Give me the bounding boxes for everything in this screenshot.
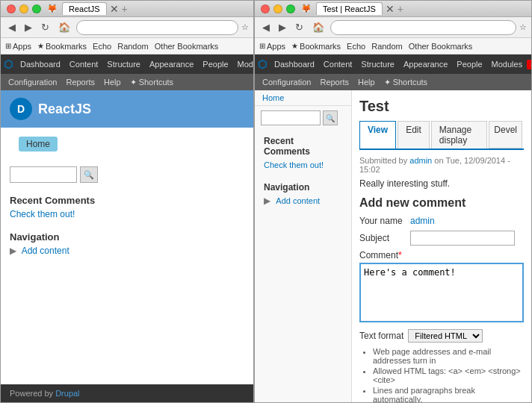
right-browser-tab[interactable]: Test | ReactJS <box>316 2 383 15</box>
drupal-logo: ⬡ <box>4 58 13 70</box>
format-hint-0: Web page addresses and e-mail addresses … <box>373 347 524 365</box>
bookmark-other[interactable]: Other Bookmarks <box>155 42 219 51</box>
right-close-tab-icon[interactable]: ✕ <box>386 3 395 15</box>
right-bookmark-bookmarks[interactable]: ★ Bookmarks <box>291 42 341 51</box>
right-home-button[interactable]: 🏠 <box>309 20 327 34</box>
right-layout: Home 🔍 Recent Comments Check them out! N… <box>255 90 531 402</box>
right-browser-toolbar: ◀ ▶ ↻ 🏠 rct.dev/conten... ☆ <box>255 17 531 38</box>
right-titlebar: 🦊 Test | ReactJS ✕ + <box>255 1 531 17</box>
forward-button[interactable]: ▶ <box>22 20 35 34</box>
right-browser-window: 🦊 Test | ReactJS ✕ + ◀ ▶ ↻ 🏠 rct.dev/con… <box>254 0 532 403</box>
right-nav-dashboard[interactable]: Dashboard <box>270 54 319 74</box>
right-maximize-button[interactable] <box>286 4 295 13</box>
right-navigation-section: Navigation ▶ Add content <box>255 176 351 212</box>
text-format-select[interactable]: Filtered HTML <box>408 329 483 343</box>
right-sub-nav-help[interactable]: Help <box>353 78 380 87</box>
nav-people[interactable]: People <box>198 54 232 74</box>
right-recent-comments-link[interactable]: Check them out! <box>264 160 324 169</box>
right-sub-nav-configuration[interactable]: Configuration <box>258 78 315 87</box>
search-button[interactable]: 🔍 <box>80 166 98 183</box>
right-nav-appearance[interactable]: Appearance <box>399 54 452 74</box>
sub-nav-reports[interactable]: Reports <box>61 78 99 87</box>
right-navigation-link-row: ▶ Add content <box>264 196 342 206</box>
right-browser-icon: 🦊 <box>301 4 312 13</box>
nav-content[interactable]: Content <box>65 54 103 74</box>
sub-nav-help[interactable]: Help <box>99 78 126 87</box>
bookmark-bookmarks[interactable]: ★ Bookmarks <box>37 42 87 51</box>
search-input[interactable] <box>10 166 77 183</box>
right-minimize-button[interactable] <box>273 4 282 13</box>
sub-nav-configuration[interactable]: Configuration <box>4 78 61 87</box>
right-search-area: 🔍 <box>255 106 351 130</box>
close-button[interactable] <box>7 4 16 13</box>
right-site-content: Home 🔍 Recent Comments Check them out! N… <box>255 90 531 402</box>
reload-button[interactable]: ↻ <box>38 20 52 34</box>
right-star-icon[interactable]: ☆ <box>519 22 527 32</box>
right-bookmark-echo[interactable]: Echo <box>347 42 365 51</box>
new-tab-icon[interactable]: + <box>122 3 128 15</box>
right-search-input[interactable] <box>261 110 321 125</box>
your-name-value[interactable]: admin <box>410 216 435 226</box>
close-tab-icon[interactable]: ✕ <box>110 3 119 15</box>
left-site-content: D ReactJS Home 🔍 Recent Comments Check t… <box>1 90 253 402</box>
right-bookmark-apps[interactable]: ⊞ Apps <box>259 42 285 51</box>
navigation-title: Navigation <box>10 231 244 243</box>
right-sub-nav-reports[interactable]: Reports <box>315 78 353 87</box>
right-nav-content[interactable]: Content <box>319 54 357 74</box>
tab-manage-display[interactable]: Manage display <box>431 121 487 149</box>
right-bookmark-random[interactable]: Random <box>371 42 403 51</box>
right-forward-button[interactable]: ▶ <box>276 20 289 34</box>
star-icon[interactable]: ☆ <box>241 22 249 32</box>
minimize-button[interactable] <box>19 4 28 13</box>
right-add-content-link[interactable]: Add content <box>276 196 320 205</box>
page-title: Test <box>359 98 524 115</box>
right-back-button[interactable]: ◀ <box>259 20 273 34</box>
subject-label: Subject <box>359 233 404 243</box>
bookmark-random[interactable]: Random <box>117 42 149 51</box>
your-name-row: Your name admin <box>359 216 524 226</box>
right-admin-badge[interactable]: admin <box>527 60 532 69</box>
nav-structure[interactable]: Structure <box>102 54 145 74</box>
right-sub-nav-shortcuts[interactable]: ✦ Shortcuts <box>380 78 433 87</box>
tab-edit[interactable]: Edit <box>398 121 430 149</box>
tab-devel[interactable]: Devel <box>489 121 522 149</box>
right-search-button[interactable]: 🔍 <box>323 110 338 125</box>
home-tab[interactable]: Home <box>19 137 58 151</box>
address-bar[interactable]: rct.dev <box>76 20 238 35</box>
sub-nav-shortcuts[interactable]: ✦ Shortcuts <box>126 78 179 87</box>
add-content-link[interactable]: Add content <box>22 246 69 256</box>
right-nav-structure[interactable]: Structure <box>356 54 399 74</box>
tab-view[interactable]: View <box>359 121 396 149</box>
left-bookmarks-bar: ⊞ Apps ★ Bookmarks Echo Random Other Boo… <box>1 38 253 54</box>
subject-input[interactable] <box>410 231 515 246</box>
subject-row: Subject <box>359 231 524 246</box>
navigation-section: Navigation ▶ Add content <box>1 225 253 262</box>
right-apps-icon: ⊞ <box>259 42 265 50</box>
add-comment-section: Add new comment Your name admin Subject <box>359 196 524 402</box>
browser-tab[interactable]: ReactJS <box>62 2 107 15</box>
submitted-by-link[interactable]: admin <box>409 156 432 165</box>
comment-textarea[interactable]: Here's a comment! <box>359 263 524 322</box>
right-close-button[interactable] <box>261 4 270 13</box>
maximize-button[interactable] <box>32 4 41 13</box>
nav-modules[interactable]: Modules <box>233 54 254 74</box>
format-hint-1: Allowed HTML tags: <a> <em> <strong> <ci… <box>373 366 524 384</box>
right-nav-people[interactable]: People <box>452 54 486 74</box>
right-drupal-nav: ⬡ Dashboard Content Structure Appearance… <box>255 54 531 74</box>
bookmark-echo[interactable]: Echo <box>93 42 111 51</box>
drupal-site-icon: D <box>10 98 32 120</box>
nav-dashboard[interactable]: Dashboard <box>16 54 65 74</box>
nav-appearance[interactable]: Appearance <box>145 54 198 74</box>
navigation-link-row: ▶ Add content <box>10 246 244 256</box>
right-new-tab-icon[interactable]: + <box>398 3 403 15</box>
bookmark-apps[interactable]: ⊞ Apps <box>5 42 31 51</box>
back-button[interactable]: ◀ <box>5 20 19 34</box>
right-bookmark-other[interactable]: Other Bookmarks <box>409 42 473 51</box>
right-nav-modules[interactable]: Modules <box>487 54 528 74</box>
drupal-link[interactable]: Drupal <box>55 389 79 398</box>
home-button[interactable]: 🏠 <box>55 20 73 34</box>
right-reload-button[interactable]: ↻ <box>292 20 306 34</box>
right-sub-nav: Configuration Reports Help ✦ Shortcuts <box>255 74 531 90</box>
right-address-bar[interactable]: rct.dev/conten... <box>330 20 516 35</box>
recent-comments-link[interactable]: Check them out! <box>10 209 75 219</box>
